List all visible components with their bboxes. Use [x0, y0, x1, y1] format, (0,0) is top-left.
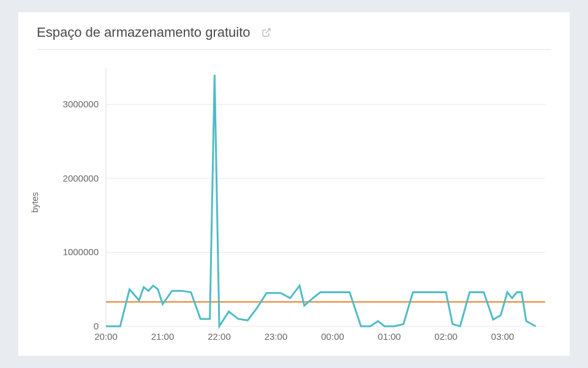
x-tick-label: 02:00 — [434, 331, 458, 342]
chart-plot-area: bytes 010000002000000300000020:0021:0022… — [58, 61, 551, 343]
external-link-icon[interactable] — [262, 28, 271, 37]
x-tick-label: 01:00 — [378, 331, 401, 342]
x-tick-label: 03:00 — [491, 331, 514, 342]
chart-title: Espaço de armazenamento gratuito — [37, 25, 251, 40]
data-series-line — [106, 75, 536, 326]
y-tick-label: 2000000 — [63, 173, 99, 183]
y-axis-label: bytes — [30, 192, 40, 212]
x-tick-label: 00:00 — [321, 331, 344, 342]
x-tick-label: 20:00 — [94, 331, 118, 342]
svg-line-0 — [265, 29, 270, 33]
card-header: Espaço de armazenamento gratuito — [37, 25, 551, 50]
x-tick-label: 23:00 — [265, 331, 288, 342]
y-tick-label: 1000000 — [63, 247, 99, 257]
x-tick-label: 21:00 — [151, 331, 175, 342]
chart-card: Espaço de armazenamento gratuito bytes 0… — [18, 12, 570, 356]
chart-svg: 010000002000000300000020:0021:0022:0023:… — [58, 61, 551, 343]
y-tick-label: 0 — [94, 321, 99, 331]
y-tick-label: 3000000 — [63, 99, 99, 109]
x-tick-label: 22:00 — [208, 331, 231, 342]
